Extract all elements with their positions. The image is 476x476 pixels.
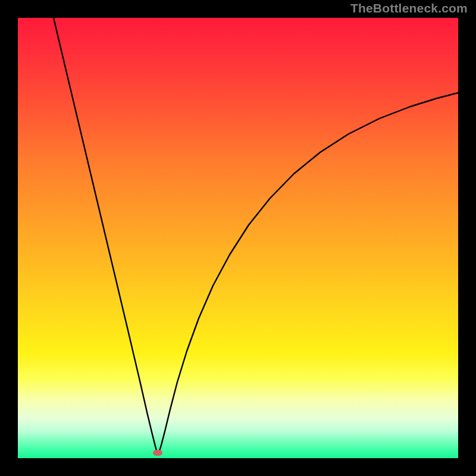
- bottleneck-curve: [54, 18, 458, 453]
- chart-frame: TheBottleneck.com: [0, 0, 476, 476]
- curve-layer: [18, 18, 458, 458]
- watermark-label: TheBottleneck.com: [350, 1, 468, 15]
- min-marker: [153, 450, 162, 456]
- plot-area: [18, 18, 458, 458]
